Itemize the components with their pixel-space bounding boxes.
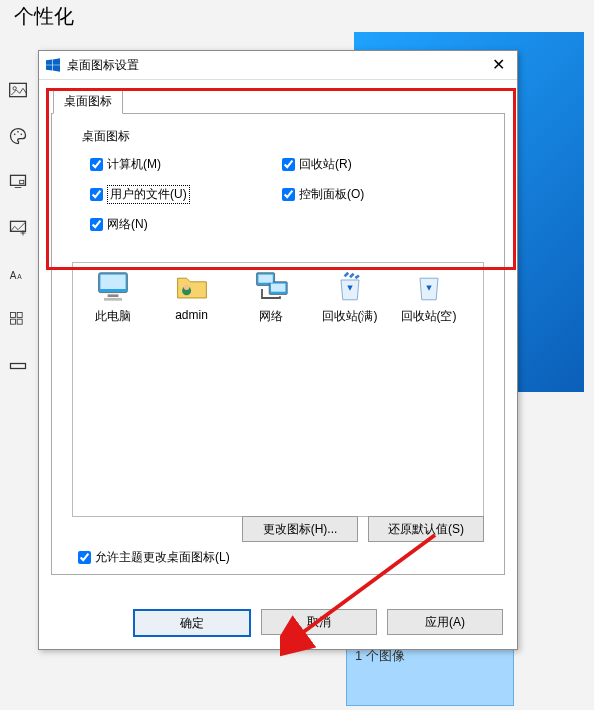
checkbox-control-label: 控制面板(O)	[299, 186, 364, 203]
svg-rect-6	[20, 180, 24, 183]
svg-rect-12	[17, 313, 22, 318]
checkbox-network-input[interactable]	[90, 218, 103, 231]
svg-rect-31	[103, 298, 121, 301]
apply-button[interactable]: 应用(A)	[387, 609, 503, 635]
checkbox-allow-theme-label: 允许主题更改桌面图标(L)	[95, 549, 230, 566]
dialog-app-icon	[45, 58, 61, 72]
icon-label: 网络	[233, 308, 308, 325]
titlebar: 桌面图标设置 ✕	[39, 51, 517, 80]
dialog-title: 桌面图标设置	[67, 51, 139, 79]
colors-icon[interactable]	[8, 126, 28, 146]
recycle-full-icon	[332, 271, 368, 303]
icon-preview-list[interactable]: 此电脑 admin 网络 回收站(满) 回收站(空)	[72, 262, 484, 517]
checkbox-allow-theme[interactable]: 允许主题更改桌面图标(L)	[74, 548, 230, 567]
icon-label: 此电脑	[75, 308, 150, 325]
checkbox-computer-label: 计算机(M)	[107, 156, 161, 173]
lockscreen-icon[interactable]	[8, 172, 28, 192]
recycle-empty-icon	[411, 271, 447, 303]
ok-button[interactable]: 确定	[133, 609, 251, 637]
svg-marker-27	[53, 65, 60, 71]
checkbox-recycle[interactable]: 回收站(R)	[278, 154, 438, 174]
icon-recycle-full[interactable]: 回收站(满)	[312, 271, 387, 510]
user-folder-icon	[174, 271, 210, 303]
background-icon[interactable]	[8, 80, 28, 100]
checkbox-allow-theme-input[interactable]	[78, 551, 91, 564]
cancel-button[interactable]: 取消	[261, 609, 377, 635]
restore-defaults-button[interactable]: 还原默认值(S)	[368, 516, 484, 542]
svg-marker-25	[53, 58, 60, 64]
checkbox-userfiles[interactable]: 用户的文件(U)	[86, 184, 246, 204]
svg-rect-37	[270, 284, 284, 292]
svg-marker-26	[46, 65, 52, 70]
checkbox-network-label: 网络(N)	[107, 216, 148, 233]
svg-marker-24	[46, 59, 52, 64]
svg-rect-11	[11, 313, 16, 318]
icon-label: 回收站(空)	[391, 308, 466, 325]
svg-rect-36	[258, 275, 272, 283]
tab-strip: 桌面图标	[53, 88, 517, 113]
fonts-icon[interactable]: AA	[8, 264, 28, 284]
icon-network[interactable]: 网络	[233, 271, 308, 510]
checkbox-control[interactable]: 控制面板(O)	[278, 184, 438, 204]
svg-text:A: A	[10, 270, 17, 281]
tab-desktop-icons[interactable]: 桌面图标	[53, 89, 123, 114]
monitor-icon	[95, 271, 131, 303]
close-button[interactable]: ✕	[486, 51, 511, 79]
checkbox-recycle-input[interactable]	[282, 158, 295, 171]
desktop-icon-settings-dialog: 桌面图标设置 ✕ 桌面图标 桌面图标 计算机(M) 用户的文件(U) 网络(N)	[38, 50, 518, 650]
checkbox-userfiles-label: 用户的文件(U)	[107, 185, 190, 204]
page-title: 个性化	[14, 3, 74, 30]
svg-point-1	[13, 87, 16, 90]
checkbox-userfiles-input[interactable]	[90, 188, 103, 201]
svg-point-4	[21, 134, 23, 136]
checkbox-network[interactable]: 网络(N)	[86, 214, 246, 234]
svg-rect-13	[11, 319, 16, 324]
checkbox-control-input[interactable]	[282, 188, 295, 201]
group-label: 桌面图标	[82, 128, 130, 145]
svg-point-3	[17, 131, 19, 133]
sidebar-icons: AA	[8, 80, 32, 402]
icon-recycle-empty[interactable]: 回收站(空)	[391, 271, 466, 510]
svg-rect-15	[11, 364, 26, 369]
icon-label: 回收站(满)	[312, 308, 387, 325]
svg-point-2	[14, 134, 16, 136]
network-icon	[253, 271, 289, 303]
checkbox-computer[interactable]: 计算机(M)	[86, 154, 246, 174]
svg-rect-30	[107, 294, 118, 297]
svg-point-33	[183, 284, 188, 289]
taskbar-icon[interactable]	[8, 356, 28, 376]
svg-rect-14	[17, 319, 22, 324]
themes-icon[interactable]	[8, 218, 28, 238]
change-icon-button[interactable]: 更改图标(H)...	[242, 516, 358, 542]
tab-body: 桌面图标 计算机(M) 用户的文件(U) 网络(N) 回收站(R) 控	[51, 113, 505, 575]
icon-this-pc[interactable]: 此电脑	[75, 271, 150, 510]
svg-rect-7	[15, 187, 22, 188]
svg-text:A: A	[17, 273, 22, 280]
icon-user-folder[interactable]: admin	[154, 271, 229, 510]
checkbox-recycle-label: 回收站(R)	[299, 156, 352, 173]
start-icon[interactable]	[8, 310, 28, 330]
icon-label: admin	[154, 308, 229, 322]
checkbox-computer-input[interactable]	[90, 158, 103, 171]
svg-rect-29	[100, 275, 125, 289]
